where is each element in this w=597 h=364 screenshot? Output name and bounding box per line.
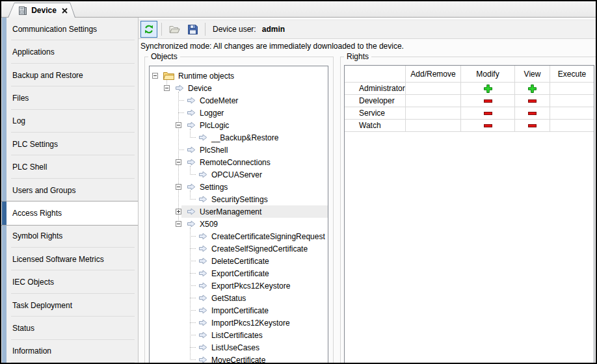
tree-item-opcuaserver[interactable]: OPCUAServer (150, 168, 328, 181)
sidebar-item-label: Status (12, 324, 34, 333)
arrow-icon (198, 133, 207, 142)
sidebar-item-files[interactable]: Files (1, 86, 138, 109)
tree-item-plclogic[interactable]: PlcLogic (150, 119, 328, 131)
tree-item-createselfsignedcertificate[interactable]: CreateSelfSignedCertificate (150, 242, 328, 255)
tree-expander-minus-icon[interactable] (176, 184, 181, 190)
rights-cell-administrator-execute[interactable] (550, 83, 594, 95)
tree-row-content: ExportCertificate (193, 267, 328, 280)
arrow-icon (187, 146, 196, 154)
tree-item-deletecertificate[interactable]: DeleteCertificate (150, 255, 328, 267)
arrow-icon (198, 232, 207, 240)
close-icon[interactable] (62, 8, 68, 14)
tree-item-device[interactable]: Device (150, 82, 328, 94)
sidebar-item-task-deployment[interactable]: Task Deployment (1, 294, 138, 317)
tree-item-plcshell[interactable]: PlcShell (150, 144, 328, 156)
sidebar-item-access-rights[interactable]: Access Rights (1, 202, 138, 224)
sidebar-item-label: Task Deployment (12, 301, 72, 310)
rights-row-label-service: Service (345, 107, 406, 120)
sync-message: Synchronized mode: All changes are immed… (139, 39, 596, 53)
rights-cell-watch-view[interactable] (515, 120, 550, 132)
toolbar-separator (161, 23, 162, 36)
tree-item-logger[interactable]: Logger (150, 107, 328, 119)
tree-expander-minus-icon[interactable] (176, 122, 181, 128)
tree-item-listcertificates[interactable]: ListCertificates (150, 329, 328, 341)
refresh-icon (144, 24, 154, 34)
sidebar-item-communication-settings[interactable]: Communication Settings (1, 18, 138, 40)
tree-row-content: X509 (181, 218, 328, 230)
tree-item-usermanagement[interactable]: UserManagement (150, 205, 328, 218)
sidebar-item-iec-objects[interactable]: IEC Objects (1, 270, 138, 293)
tree-item-label: Device (188, 84, 212, 93)
rights-cell-watch-execute[interactable] (550, 120, 594, 132)
device-editor-window: Device Communication SettingsApplication… (0, 0, 597, 364)
rights-cell-administrator-modify[interactable] (461, 83, 515, 95)
panels: Objects Runtime objectsDeviceCodeMeterLo… (139, 53, 596, 363)
rights-cell-service-modify[interactable] (461, 107, 515, 120)
tree-row-content: Device (170, 82, 328, 94)
tree-item-label: Settings (200, 183, 228, 192)
rights-cell-developer-add-remove[interactable] (406, 95, 461, 107)
rights-cell-service-view[interactable] (515, 107, 550, 120)
tree-item-exportcertificate[interactable]: ExportCertificate (150, 267, 328, 280)
tree-item-settings[interactable]: Settings (150, 181, 328, 193)
sidebar-item-information[interactable]: Information (1, 340, 138, 363)
sidebar-item-licensed-software-metrics[interactable]: Licensed Software Metrics (1, 248, 138, 270)
tree-item-codemeter[interactable]: CodeMeter (150, 94, 328, 107)
tree-expander-minus-icon[interactable] (164, 85, 170, 91)
tree-item-importcertificate[interactable]: ImportCertificate (150, 304, 328, 317)
tree-row-content: CodeMeter (181, 94, 328, 107)
tree-item-getstatus[interactable]: GetStatus (150, 292, 328, 304)
rights-cell-service-add-remove[interactable] (406, 107, 461, 120)
arrow-icon (198, 318, 207, 327)
tree-row-content: ListUseCases (193, 341, 328, 354)
rights-cell-administrator-add-remove[interactable] (406, 83, 461, 95)
sidebar-item-log[interactable]: Log (1, 110, 138, 133)
sidebar-item-status[interactable]: Status (1, 317, 138, 339)
refresh-button[interactable] (140, 21, 157, 38)
rights-col-header-label: Modify (476, 70, 499, 79)
tree-item-x509[interactable]: X509 (150, 218, 328, 230)
tree-item-securitysettings[interactable]: SecuritySettings (150, 193, 328, 205)
tree-expander-minus-icon[interactable] (176, 159, 181, 165)
sidebar-item-symbol-rights[interactable]: Symbol Rights (1, 225, 138, 248)
objects-tree: Runtime objectsDeviceCodeMeterLoggerPlcL… (149, 66, 328, 364)
save-button[interactable] (184, 21, 201, 38)
tree-item-exportpkcs12keystore[interactable]: ExportPkcs12Keystore (150, 280, 328, 292)
tree-item-remoteconnections[interactable]: RemoteConnections (150, 156, 328, 168)
rights-cell-developer-execute[interactable] (550, 95, 594, 107)
open-button[interactable] (166, 21, 183, 38)
rights-cell-developer-view[interactable] (515, 95, 550, 107)
arrow-icon (198, 281, 207, 290)
sidebar-item-label: PLC Shell (12, 162, 47, 172)
rights-cell-administrator-view[interactable] (515, 83, 550, 95)
tree-item-listusecases[interactable]: ListUseCases (150, 341, 328, 354)
tree-item-runtime-objects[interactable]: Runtime objects (150, 70, 328, 82)
tree-expander-plus-icon[interactable] (176, 209, 181, 214)
tree-item-label: CodeMeter (200, 96, 238, 105)
rights-cell-developer-modify[interactable] (461, 95, 515, 107)
sidebar-item-label: Licensed Software Metrics (12, 255, 104, 264)
tree-row-content: Settings (181, 181, 328, 193)
rights-table: Add/RemoveModifyViewExecuteAdministrator… (344, 65, 594, 364)
sidebar-item-plc-settings[interactable]: PLC Settings (1, 133, 138, 155)
sidebar-item-users-and-groups[interactable]: Users and Groups (1, 179, 138, 202)
sidebar-item-plc-shell[interactable]: PLC Shell (1, 155, 138, 178)
tab-device[interactable]: Device (8, 3, 75, 18)
tree-row-content: MoveCertificate (193, 354, 328, 364)
arrow-icon (187, 207, 196, 216)
tree-item-importpkcs12keystore[interactable]: ImportPkcs12Keystore (150, 317, 328, 329)
tree-row-content: Runtime objects (158, 70, 328, 82)
tree-expander-minus-icon[interactable] (176, 221, 181, 227)
minus-icon (484, 99, 492, 103)
rights-cell-watch-modify[interactable] (461, 120, 515, 132)
sidebar-item-backup-and-restore[interactable]: Backup and Restore (1, 64, 138, 86)
tree-item-movecertificate[interactable]: MoveCertificate (150, 354, 328, 364)
tree-expander-minus-icon[interactable] (152, 73, 158, 79)
tree-item-createcertificatesigningrequest[interactable]: CreateCertificateSigningRequest (150, 230, 328, 242)
tree-row-content: PlcShell (181, 144, 328, 156)
tree-item-label: SecuritySettings (211, 195, 268, 204)
tree-item-backup-restore[interactable]: __Backup&Restore (150, 131, 328, 144)
rights-cell-watch-add-remove[interactable] (406, 120, 461, 132)
rights-cell-service-execute[interactable] (550, 107, 594, 120)
sidebar-item-applications[interactable]: Applications (1, 40, 138, 63)
